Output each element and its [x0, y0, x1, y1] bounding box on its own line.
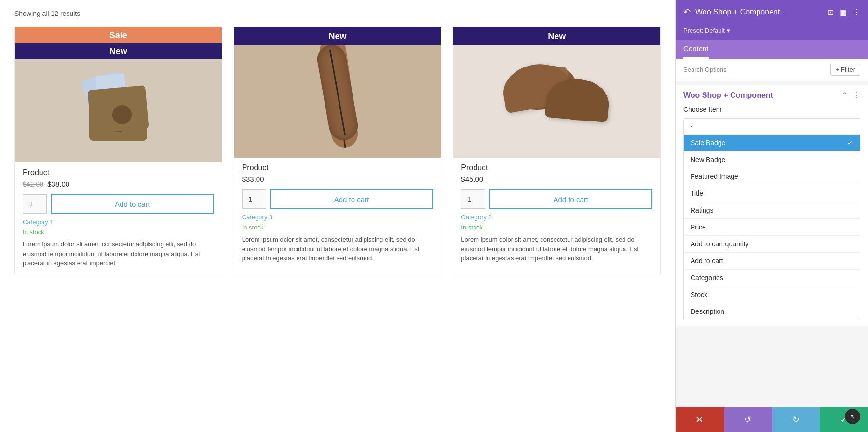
category-link-1[interactable]: Category 1: [23, 218, 214, 226]
panel-topbar: ↶ Woo Shop + Component... ⊡ ▦ ⋮: [676, 0, 868, 24]
dropdown-item-label-title: Title: [691, 189, 703, 197]
products-grid: Sale New Produ: [14, 27, 661, 274]
new-badge-1: New: [15, 43, 222, 59]
layout-icon[interactable]: ▦: [840, 8, 847, 17]
right-panel: ↶ Woo Shop + Component... ⊡ ▦ ⋮ Preset: …: [675, 0, 868, 432]
qty-input-3[interactable]: [461, 189, 485, 209]
dropdown-item-add-to-cart[interactable]: Add to cart: [684, 253, 860, 270]
add-to-cart-btn-1[interactable]: Add to cart: [51, 194, 214, 214]
price-container-2: $33.00: [242, 175, 434, 184]
dropdown-item-ratings[interactable]: Ratings: [684, 202, 860, 219]
panel-title: Woo Shop + Component...: [695, 8, 787, 16]
dropdown-item-sale-badge[interactable]: Sale Badge ✓: [684, 135, 860, 151]
product-desc-2: Lorem ipsum dolor sit amet, consectetur …: [242, 235, 434, 263]
panel-body: Search Options Filter Woo Shop + Compone…: [676, 59, 868, 407]
add-to-cart-row-1: Add to cart: [23, 194, 214, 214]
price-container-3: $45.00: [461, 175, 652, 184]
add-to-cart-row-3: Add to cart: [461, 189, 652, 209]
svg-line-14: [558, 86, 585, 90]
cancel-icon: ✕: [695, 414, 704, 425]
undo-button[interactable]: ↺: [724, 407, 772, 432]
svg-line-10: [526, 71, 554, 76]
dropdown-item-price[interactable]: Price: [684, 219, 860, 236]
product-image-wrap-2: [234, 27, 441, 158]
price-original-1: $42.00: [23, 180, 43, 188]
svg-point-8: [505, 61, 580, 115]
dropdown-item-categories[interactable]: Categories: [684, 270, 860, 286]
cancel-button[interactable]: ✕: [676, 407, 724, 432]
dropdown-item-title[interactable]: Title: [684, 185, 860, 202]
choose-item-label: Choose Item: [683, 106, 860, 113]
more-options-icon[interactable]: ⋮: [853, 8, 860, 17]
product-info-2: Product $33.00 Add to cart Category 3 In…: [234, 158, 441, 269]
bottom-action-bar: ✕ ↺ ↻ ✓: [676, 407, 868, 432]
component-header-actions: ⌃ ⋮: [841, 91, 860, 100]
product-title-2: Product: [242, 163, 434, 172]
component-header: Woo Shop + Component ⌃ ⋮: [683, 91, 860, 100]
panel-topbar-right: ⊡ ▦ ⋮: [827, 8, 860, 17]
product-image-1: [15, 56, 222, 162]
sale-badge-1: Sale: [15, 27, 222, 43]
product-card-1: Sale New Produ: [14, 27, 222, 274]
pencil-case-svg: [289, 27, 386, 158]
back-icon[interactable]: ↶: [683, 7, 691, 17]
dropdown-item-label-ratings: Ratings: [691, 206, 713, 214]
search-options-label: Search Options: [683, 66, 727, 73]
badge-container-1: Sale New: [15, 27, 222, 59]
content-tab-bar: Content: [676, 40, 868, 59]
stock-status-1: In stock: [23, 229, 214, 236]
price-3: $45.00: [461, 175, 483, 183]
svg-rect-2: [89, 105, 147, 141]
dropdown-item-label-categories: Categories: [691, 274, 723, 282]
qty-input-1[interactable]: [23, 194, 47, 214]
new-badge-3: New: [453, 27, 660, 45]
save-button[interactable]: ✓: [820, 407, 868, 432]
main-content: Showing all 12 results Sale New: [0, 0, 675, 432]
redo-icon: ↻: [792, 414, 800, 425]
badge-container-3: New: [453, 27, 660, 45]
cursor-icon: ↖: [845, 409, 860, 424]
qty-input-2[interactable]: [242, 189, 266, 209]
undo-icon: ↺: [744, 414, 751, 425]
dropdown-item-label-price: Price: [691, 223, 706, 231]
dropdown-item-add-to-cart-quantity[interactable]: Add to cart quantity: [684, 236, 860, 253]
category-link-2[interactable]: Category 3: [242, 214, 434, 221]
shoes-svg: [502, 27, 612, 158]
dropdown-item-description[interactable]: Description: [684, 303, 860, 320]
category-link-3[interactable]: Category 2: [461, 214, 652, 221]
product-desc-3: Lorem ipsum dolor sit amet, consectetur …: [461, 235, 652, 263]
chevron-up-icon[interactable]: ⌃: [841, 91, 848, 100]
search-options-bar: Search Options Filter: [676, 59, 868, 81]
dropdown-item-label-new-badge: New Badge: [691, 156, 725, 163]
content-tab[interactable]: Content: [683, 40, 709, 59]
preset-label[interactable]: Preset: Default: [683, 27, 730, 34]
check-icon-sale-badge: ✓: [847, 139, 853, 147]
svg-rect-9: [514, 67, 571, 102]
filter-button[interactable]: Filter: [830, 64, 860, 76]
dropdown-item-new-badge[interactable]: New Badge: [684, 151, 860, 168]
price-current-1: $38.00: [47, 180, 69, 188]
add-to-cart-btn-2[interactable]: Add to cart: [270, 189, 434, 209]
dropdown-item-featured-image[interactable]: Featured Image: [684, 168, 860, 185]
dropdown-item-label-stock: Stock: [691, 291, 707, 298]
svg-point-3: [108, 113, 128, 132]
svg-rect-5: [318, 36, 359, 149]
dropdown-item-label-add-to-cart-quantity: Add to cart quantity: [691, 240, 749, 248]
product-desc-1: Lorem ipsum dolor sit amet, consectetur …: [23, 240, 214, 268]
add-to-cart-btn-3[interactable]: Add to cart: [489, 189, 652, 209]
redo-button[interactable]: ↻: [772, 407, 820, 432]
svg-point-4: [112, 117, 124, 128]
product-title-3: Product: [461, 163, 652, 172]
dropdown-item-label-description: Description: [691, 308, 724, 315]
dropdown-dash[interactable]: -: [684, 119, 860, 135]
product-title-1: Product: [23, 168, 214, 177]
panel-topbar-left: ↶ Woo Shop + Component...: [683, 7, 787, 17]
svg-rect-13: [551, 81, 604, 113]
new-badge-2: New: [234, 27, 441, 45]
product-image-2: [234, 27, 441, 158]
component-more-icon[interactable]: ⋮: [853, 91, 860, 100]
product-image-wrap-3: [453, 27, 660, 158]
stock-status-2: In stock: [242, 224, 434, 231]
dropdown-item-stock[interactable]: Stock: [684, 286, 860, 303]
fullscreen-icon[interactable]: ⊡: [827, 8, 834, 17]
